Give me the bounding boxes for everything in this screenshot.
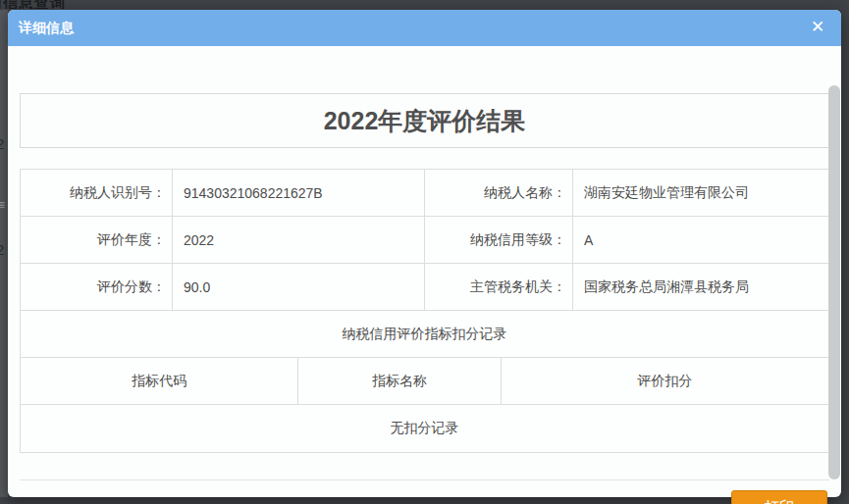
eval-score-label: 评价分数： — [21, 264, 173, 310]
result-heading: 2022年度评价结果 — [324, 105, 526, 137]
result-heading-box: 2022年度评价结果 — [20, 93, 829, 148]
deduction-section-title: 纳税信用评价指标扣分记录 — [21, 311, 828, 357]
background-page-heading-text: 用信息查询 — [0, 0, 66, 9]
table-row: 纳税人识别号： 91430321068221627B 纳税人名称： 湖南安廷物业… — [21, 170, 828, 217]
evaluation-detail-table: 纳税人识别号： 91430321068221627B 纳税人名称： 湖南安廷物业… — [20, 169, 829, 453]
column-header-indicator-name: 指标名称 — [298, 358, 502, 404]
empty-record-message: 无扣分记录 — [21, 405, 828, 452]
credit-grade-label: 纳税信用等级： — [425, 217, 573, 263]
close-icon[interactable]: ✕ — [805, 10, 830, 46]
table-row: 评价年度： 2022 纳税信用等级： A — [21, 217, 828, 264]
background-page-edge: 2 ≡ 2 — [0, 10, 8, 497]
table-row: 评价分数： 90.0 主管税务机关： 国家税务总局湘潭县税务局 — [21, 264, 828, 311]
print-button[interactable]: 打印 — [731, 490, 827, 504]
taxpayer-id-value: 91430321068221627B — [173, 170, 425, 216]
taxpayer-name-value: 湖南安廷物业管理有限公司 — [573, 170, 828, 216]
dialog-body: 2022年度评价结果 纳税人识别号： 91430321068221627B 纳税… — [8, 46, 841, 497]
taxpayer-id-label: 纳税人识别号： — [21, 170, 173, 216]
detail-info-dialog: 详细信息 ✕ 2022年度评价结果 纳税人识别号： 91430321068221… — [8, 10, 841, 497]
column-header-deduction: 评价扣分 — [502, 358, 828, 404]
dialog-titlebar: 详细信息 ✕ — [8, 10, 841, 46]
eval-score-value: 90.0 — [173, 264, 425, 310]
column-header-indicator-code: 指标代码 — [21, 358, 298, 404]
credit-grade-value: A — [573, 217, 828, 263]
background-fragment: 2 — [0, 135, 4, 152]
background-fragment: 2 — [0, 241, 4, 258]
footer-divider — [20, 479, 829, 480]
scrollbar-thumb[interactable] — [828, 85, 840, 479]
tax-authority-label: 主管税务机关： — [425, 264, 573, 310]
dialog-title: 详细信息 — [19, 10, 74, 46]
deduction-columns-row: 指标代码 指标名称 评价扣分 — [21, 358, 828, 405]
empty-record-row: 无扣分记录 — [21, 405, 828, 452]
eval-year-label: 评价年度： — [21, 217, 173, 263]
deduction-section-header-row: 纳税信用评价指标扣分记录 — [21, 311, 828, 358]
tax-authority-value: 国家税务总局湘潭县税务局 — [573, 264, 828, 310]
eval-year-value: 2022 — [173, 217, 425, 263]
background-fragment-lines: ≡ — [0, 198, 5, 212]
taxpayer-name-label: 纳税人名称： — [425, 170, 573, 216]
background-page-heading: 用信息查询 — [0, 0, 93, 9]
